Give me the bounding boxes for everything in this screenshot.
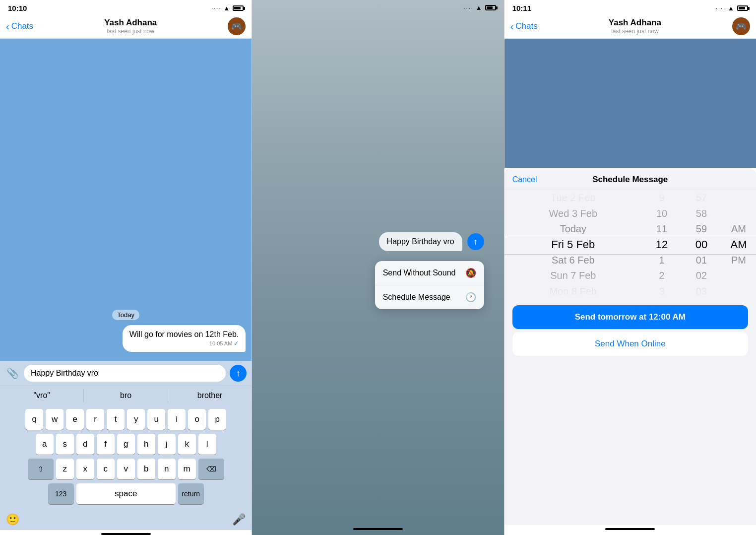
battery-icon-1 <box>233 5 244 11</box>
key-v[interactable]: v <box>117 459 135 479</box>
autocomplete-item-2[interactable]: brother <box>168 389 252 402</box>
picker-ampm-col[interactable]: AM AM PM <box>721 190 756 299</box>
key-w[interactable]: w <box>46 409 63 430</box>
chevron-left-icon-1: ‹ <box>6 21 9 32</box>
battery-icon-3 <box>737 5 748 11</box>
key-r[interactable]: r <box>86 409 104 430</box>
numbers-key[interactable]: 123 <box>48 483 74 504</box>
picker-date-6: Mon 8 Feb <box>504 284 642 299</box>
last-seen-3: last seen just now <box>609 28 661 35</box>
picker-date-3: Fri 5 Feb <box>504 237 642 252</box>
home-indicator-1 <box>101 533 151 535</box>
context-label-1: Schedule Message <box>383 293 450 302</box>
shift-key[interactable]: ⇧ <box>28 459 54 479</box>
key-u[interactable]: u <box>147 409 165 430</box>
autocomplete-item-0[interactable]: "vro" <box>0 389 84 402</box>
date-time-picker[interactable]: Tue 2 Feb Wed 3 Feb Today Fri 5 Feb Sat … <box>504 190 756 299</box>
picker-date-0: Tue 2 Feb <box>504 190 642 205</box>
key-x[interactable]: x <box>76 459 94 479</box>
message-bubble-1: Will go for movies on 12th Feb. 10:05 AM… <box>123 325 246 352</box>
panel2-message-bubble: Happy Birthday vro <box>379 232 462 251</box>
read-checkmark-1: ✓ <box>234 340 239 347</box>
key-s[interactable]: s <box>56 434 74 455</box>
panel2-bubble-row: Happy Birthday vro ↑ <box>379 232 484 251</box>
send-tomorrow-button[interactable]: Send tomorrow at 12:00 AM <box>512 305 748 329</box>
key-d[interactable]: d <box>76 434 94 455</box>
avatar-1[interactable]: 🎮 <box>228 17 246 35</box>
picker-ampm-4: PM <box>721 253 756 268</box>
key-n[interactable]: n <box>158 459 176 479</box>
key-row-1: q w e r t y u i o p <box>2 409 250 430</box>
picker-ampm-1 <box>721 205 756 221</box>
keyboard-1: q w e r t y u i o p a s d f g h j k l ⇧ … <box>0 405 252 510</box>
message-input-1[interactable] <box>24 365 226 382</box>
last-seen-1: last seen just now <box>104 28 157 35</box>
back-label-1: Chats <box>11 21 33 31</box>
space-key[interactable]: space <box>76 483 176 504</box>
picker-ampm-5 <box>721 268 756 283</box>
key-f[interactable]: f <box>97 434 115 455</box>
picker-hour-5: 2 <box>642 268 682 283</box>
key-k[interactable]: k <box>178 434 196 455</box>
key-z[interactable]: z <box>56 459 74 479</box>
key-l[interactable]: l <box>198 434 216 455</box>
key-m[interactable]: m <box>178 459 196 479</box>
signal-icon-1: ···· <box>211 5 221 11</box>
key-o[interactable]: o <box>188 409 206 430</box>
picker-date-4: Sat 6 Feb <box>504 253 642 268</box>
chevron-left-icon-3: ‹ <box>510 21 514 32</box>
key-p[interactable]: p <box>208 409 226 430</box>
context-label-0: Send Without Sound <box>383 268 456 277</box>
wifi-icon-2: ▲ <box>476 4 482 11</box>
nav-center-3: Yash Adhana last seen just now <box>609 18 661 35</box>
nav-bar-1: ‹ Chats Yash Adhana last seen just now 🎮 <box>0 14 252 39</box>
date-badge-text-1: Today <box>112 310 139 320</box>
key-q[interactable]: q <box>25 409 43 430</box>
panel2-send-button[interactable]: ↑ <box>467 233 484 250</box>
back-button-3[interactable]: ‹ Chats <box>510 21 538 32</box>
picker-hour-6: 3 <box>642 284 682 299</box>
picker-ampm-2: AM <box>721 221 756 237</box>
schedule-sheet: Cancel Schedule Message Tue 2 Feb Wed 3 … <box>504 168 756 525</box>
contact-name-1: Yash Adhana <box>104 18 157 28</box>
cancel-button[interactable]: Cancel <box>512 175 537 184</box>
context-menu-item-1[interactable]: Schedule Message 🕐 <box>375 285 484 309</box>
mic-key[interactable]: 🎤 <box>232 513 246 526</box>
status-icons-3: ···· ▲ <box>716 4 748 12</box>
key-a[interactable]: a <box>36 434 54 455</box>
key-h[interactable]: h <box>137 434 155 455</box>
picker-min-2: 59 <box>682 221 721 237</box>
key-t[interactable]: t <box>107 409 125 430</box>
back-button-1[interactable]: ‹ Chats <box>6 21 33 32</box>
key-i[interactable]: i <box>168 409 186 430</box>
status-time-1: 10:10 <box>8 4 27 12</box>
chat-background-3 <box>504 39 756 168</box>
key-g[interactable]: g <box>117 434 135 455</box>
return-key[interactable]: return <box>178 483 204 504</box>
key-y[interactable]: y <box>127 409 145 430</box>
picker-date-col[interactable]: Tue 2 Feb Wed 3 Feb Today Fri 5 Feb Sat … <box>504 190 642 299</box>
key-e[interactable]: e <box>66 409 84 430</box>
key-j[interactable]: j <box>158 434 176 455</box>
picker-hour-col[interactable]: 9 10 11 12 1 2 3 <box>642 190 682 299</box>
key-b[interactable]: b <box>137 459 155 479</box>
send-online-button[interactable]: Send When Online <box>512 332 748 356</box>
status-bar-2: ···· ▲ <box>252 0 504 13</box>
panel-1: 10:10 ···· ▲ ‹ Chats Yash Adhana last se… <box>0 0 252 535</box>
context-menu-item-0[interactable]: Send Without Sound 🔕 <box>375 261 484 285</box>
signal-icon-3: ···· <box>716 5 726 11</box>
picker-minute-col[interactable]: 57 58 59 00 01 02 03 <box>682 190 721 299</box>
send-button-1[interactable]: ↑ <box>230 365 247 382</box>
key-c[interactable]: c <box>97 459 115 479</box>
delete-key[interactable]: ⌫ <box>198 459 224 479</box>
avatar-3[interactable]: 🎮 <box>732 17 750 35</box>
keyboard-bottom-bar-1: 🙂 🎤 <box>0 510 252 530</box>
schedule-icon: 🕐 <box>465 292 476 303</box>
panel-2: ···· ▲ Happy Birthday vro ↑ Send Without… <box>252 0 504 535</box>
key-row-4: 123 space return <box>2 483 250 504</box>
picker-ampm-3: AM <box>721 237 756 252</box>
autocomplete-item-1[interactable]: bro <box>84 389 168 402</box>
picker-min-0: 57 <box>682 190 721 205</box>
emoji-key[interactable]: 🙂 <box>6 513 19 526</box>
attach-button-1[interactable]: 📎 <box>5 366 20 381</box>
